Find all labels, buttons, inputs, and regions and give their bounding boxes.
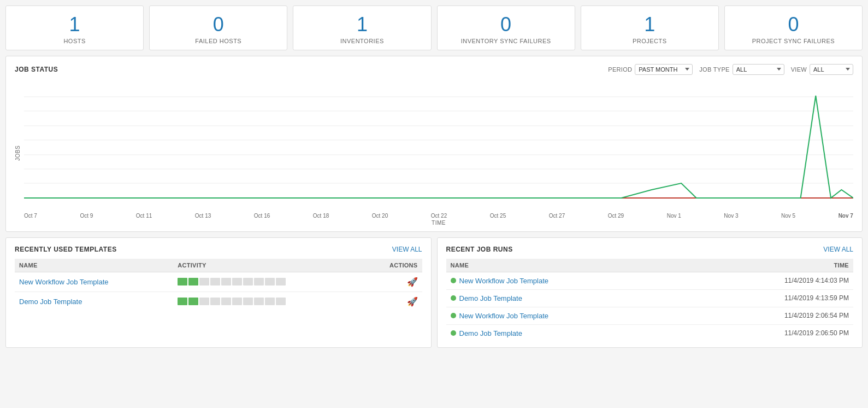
job-run-time: 11/4/2019 4:13:59 PM xyxy=(688,289,853,307)
job-runs-table: NAME TIME New Workflow Job Template 11/4… xyxy=(446,259,854,342)
status-dot xyxy=(451,278,456,283)
templates-table: NAME ACTIVITY ACTIONS New Workflow Job T… xyxy=(15,259,422,311)
activity-bar-5 xyxy=(232,278,242,285)
activity-bar-1 xyxy=(188,278,198,285)
activity-bar-8 xyxy=(265,278,275,285)
activity-bar-2 xyxy=(199,298,209,305)
job-status-title: JOB STATUS xyxy=(15,66,608,73)
stat-label-failed-hosts: FAILED HOSTS xyxy=(154,38,282,44)
y-axis-label: JOBS xyxy=(15,80,21,226)
job-run-time: 11/4/2019 2:06:54 PM xyxy=(688,307,853,324)
stat-label-inventory-sync-failures: INVENTORY SYNC FAILURES xyxy=(442,38,570,44)
stat-number-projects: 1 xyxy=(586,14,714,36)
stat-number-project-sync-failures: 0 xyxy=(729,14,858,36)
activity-bar-5 xyxy=(232,298,242,305)
stat-number-failed-hosts: 0 xyxy=(154,14,282,36)
activity-bar-0 xyxy=(178,278,187,285)
activity-bar-2 xyxy=(199,278,209,285)
job-runs-col-name: NAME xyxy=(446,259,688,272)
activity-bar-8 xyxy=(265,298,275,305)
period-label: PERIOD xyxy=(608,66,632,73)
table-row: New Workflow Job Template 11/4/2019 4:14… xyxy=(446,272,854,289)
view-select[interactable]: ALL Successful Failed xyxy=(810,64,853,75)
table-row: New Workflow Job Template 🚀 xyxy=(15,272,422,292)
activity-bar-4 xyxy=(221,278,231,285)
activity-bar-6 xyxy=(243,278,253,285)
stat-label-project-sync-failures: PROJECT SYNC FAILURES xyxy=(729,38,858,44)
job-run-link[interactable]: Demo Job Template xyxy=(459,294,522,302)
job-runs-view-all[interactable]: VIEW ALL xyxy=(823,246,853,253)
period-select[interactable]: PAST MONTH PAST WEEK PAST 2 WEEKS xyxy=(635,64,693,75)
job-run-link[interactable]: Demo Job Template xyxy=(459,329,522,337)
stat-number-inventory-sync-failures: 0 xyxy=(442,14,570,36)
x-tick-15: Nov 7 xyxy=(839,213,853,219)
stat-label-inventories: INVENTORIES xyxy=(298,38,426,44)
job-run-link[interactable]: New Workflow Job Template xyxy=(459,277,549,285)
stat-number-hosts: 1 xyxy=(10,14,139,36)
status-dot xyxy=(451,295,456,301)
job-run-time: 11/4/2019 2:06:50 PM xyxy=(688,324,853,342)
activity-bar-3 xyxy=(210,278,220,285)
status-dot xyxy=(451,330,456,336)
bottom-row: RECENTLY USED TEMPLATES VIEW ALL NAME AC… xyxy=(5,237,863,348)
job-run-name-cell: New Workflow Job Template xyxy=(451,312,683,320)
x-tick-4: Oct 13 xyxy=(195,213,211,219)
x-tick-3: Oct 11 xyxy=(136,213,152,219)
x-tick-13: Nov 3 xyxy=(724,213,738,219)
templates-col-name: NAME xyxy=(15,259,173,272)
stat-card-hosts[interactable]: 1 HOSTS xyxy=(5,5,144,50)
job-runs-col-time: TIME xyxy=(688,259,853,272)
activity-bar-3 xyxy=(210,298,220,305)
activity-bar-9 xyxy=(276,298,286,305)
launch-icon[interactable]: 🚀 xyxy=(407,297,418,306)
stats-row: 1 HOSTS 0 FAILED HOSTS 1 INVENTORIES 0 I… xyxy=(5,5,863,50)
x-tick-11: Oct 29 xyxy=(608,213,624,219)
x-tick-10: Oct 27 xyxy=(549,213,565,219)
stat-card-project-sync-failures[interactable]: 0 PROJECT SYNC FAILURES xyxy=(724,5,863,50)
recently-used-templates-panel: RECENTLY USED TEMPLATES VIEW ALL NAME AC… xyxy=(5,237,432,348)
recent-job-runs-panel: RECENT JOB RUNS VIEW ALL NAME TIME New W… xyxy=(437,237,863,348)
templates-col-actions: ACTIONS xyxy=(362,259,422,272)
x-tick-1: Oct 7 xyxy=(24,213,37,219)
activity-bars xyxy=(178,278,358,285)
x-axis-label: TIME xyxy=(24,220,853,226)
x-tick-6: Oct 18 xyxy=(313,213,329,219)
x-tick-14: Nov 5 xyxy=(781,213,795,219)
job-type-select[interactable]: ALL Playbook Run Workflow Job xyxy=(733,64,784,75)
stat-card-inventories[interactable]: 1 INVENTORIES xyxy=(293,5,431,50)
table-row: Demo Job Template 11/4/2019 2:06:50 PM xyxy=(446,324,854,342)
templates-panel-title: RECENTLY USED TEMPLATES xyxy=(15,246,392,253)
activity-bar-7 xyxy=(254,278,264,285)
activity-bar-7 xyxy=(254,298,264,305)
chart-controls: PERIOD PAST MONTH PAST WEEK PAST 2 WEEKS… xyxy=(608,64,853,75)
stat-card-inventory-sync-failures[interactable]: 0 INVENTORY SYNC FAILURES xyxy=(437,5,575,50)
launch-icon[interactable]: 🚀 xyxy=(407,277,418,287)
job-type-control: JOB TYPE ALL Playbook Run Workflow Job xyxy=(699,64,784,75)
x-tick-7: Oct 20 xyxy=(372,213,388,219)
templates-view-all[interactable]: VIEW ALL xyxy=(392,246,422,253)
stat-card-failed-hosts[interactable]: 0 FAILED HOSTS xyxy=(149,5,287,50)
job-runs-panel-title: RECENT JOB RUNS xyxy=(446,246,824,253)
job-status-chart: 0 2 4 6 8 9 xyxy=(24,80,853,212)
stat-card-projects[interactable]: 1 PROJECTS xyxy=(581,5,719,50)
x-tick-5: Oct 16 xyxy=(254,213,270,219)
x-tick-2: Oct 9 xyxy=(80,213,93,219)
job-run-name-cell: Demo Job Template xyxy=(451,294,683,302)
template-name-link[interactable]: Demo Job Template xyxy=(19,298,82,306)
table-row: Demo Job Template 🚀 xyxy=(15,292,422,311)
job-run-name-cell: New Workflow Job Template xyxy=(451,277,683,285)
job-run-name-cell: Demo Job Template xyxy=(451,329,683,337)
templates-col-activity: ACTIVITY xyxy=(173,259,362,272)
job-type-label: JOB TYPE xyxy=(699,66,729,73)
x-tick-9: Oct 25 xyxy=(490,213,506,219)
table-row: New Workflow Job Template 11/4/2019 2:06… xyxy=(446,307,854,324)
table-row: Demo Job Template 11/4/2019 4:13:59 PM xyxy=(446,289,854,307)
template-name-link[interactable]: New Workflow Job Template xyxy=(19,278,109,286)
x-tick-12: Nov 1 xyxy=(667,213,681,219)
activity-bar-6 xyxy=(243,298,253,305)
stat-number-inventories: 1 xyxy=(298,14,426,36)
job-status-panel: JOB STATUS PERIOD PAST MONTH PAST WEEK P… xyxy=(5,56,863,232)
view-control: VIEW ALL Successful Failed xyxy=(791,64,853,75)
activity-bar-4 xyxy=(221,298,231,305)
job-run-link[interactable]: New Workflow Job Template xyxy=(459,312,549,320)
